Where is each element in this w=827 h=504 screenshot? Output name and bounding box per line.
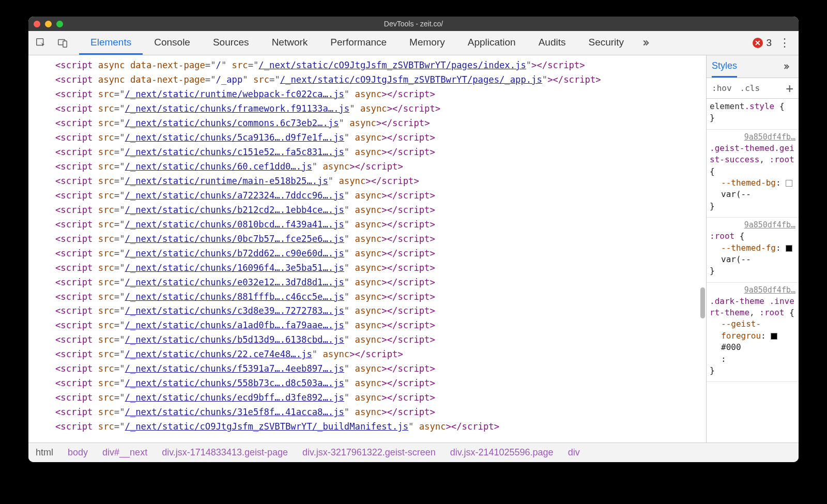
error-icon: ✕ xyxy=(753,38,763,48)
dom-node[interactable]: <script src="/_next/static/runtime/main-… xyxy=(55,174,706,189)
styles-tabs: Styles xyxy=(707,55,799,78)
rule-source-link[interactable]: 9a850df4fb… xyxy=(710,220,795,231)
dom-node[interactable]: <script src="/_next/static/chunks/c151e5… xyxy=(55,145,706,160)
tab-elements[interactable]: Elements xyxy=(79,31,143,55)
rule-source-link[interactable]: 9a850df4fb… xyxy=(710,132,795,143)
error-count-badge[interactable]: ✕ 3 xyxy=(753,37,772,49)
devtools-window: DevTools - zeit.co/ ElementsConsoleSourc… xyxy=(28,17,799,462)
dom-node[interactable]: <script src="/_next/static/chunks/60.cef… xyxy=(55,160,706,174)
style-rule[interactable]: 9a850df4fb….dark-theme .invert-theme, :r… xyxy=(707,283,799,383)
dom-node[interactable]: <script src="/_next/static/chunks/framew… xyxy=(55,102,706,116)
tab-application[interactable]: Application xyxy=(456,31,527,55)
minimize-window-button[interactable] xyxy=(45,21,52,27)
breadcrumb-item[interactable]: div.jsx-3217961322.geist-screen xyxy=(302,447,436,458)
dom-node[interactable]: <script src="/_next/static/chunks/b212cd… xyxy=(55,203,706,218)
hover-state-button[interactable]: :hov xyxy=(708,81,736,95)
dom-node[interactable]: <script src="/_next/static/chunks/b72dd6… xyxy=(55,247,706,261)
svg-rect-2 xyxy=(63,41,67,47)
style-rule[interactable]: element.style {} xyxy=(707,99,799,130)
tab-performance[interactable]: Performance xyxy=(319,31,398,55)
dom-node[interactable]: <script src="/_next/static/chunks/558b73… xyxy=(55,376,706,391)
style-rule[interactable]: 9a850df4fb….geist-themed.geist-success, … xyxy=(707,130,799,218)
breadcrumb-item[interactable]: div.jsx-1714833413.geist-page xyxy=(162,447,288,458)
dom-node[interactable]: <script src="/_next/static/chunks/16096f… xyxy=(55,261,706,276)
elements-panel[interactable]: <script async data-next-page="/" src="/_… xyxy=(28,55,706,442)
inspect-element-icon[interactable] xyxy=(34,36,48,50)
breadcrumb-item[interactable]: div xyxy=(568,447,580,458)
dom-node[interactable]: <script src="/_next/static/chunks/b5d13d… xyxy=(55,333,706,347)
more-tabs-icon[interactable] xyxy=(638,36,653,50)
rule-source-link[interactable]: 9a850df4fb… xyxy=(710,285,795,296)
dom-node[interactable]: <script src="/_next/static/chunks/0bc7b5… xyxy=(55,232,706,247)
traffic-lights xyxy=(34,21,63,27)
new-style-rule-button[interactable]: + xyxy=(782,79,798,98)
main-area: <script async data-next-page="/" src="/_… xyxy=(28,55,799,442)
breadcrumb-item[interactable]: body xyxy=(68,447,88,458)
dom-tree[interactable]: <script async data-next-page="/" src="/_… xyxy=(28,55,706,434)
breadcrumb-item[interactable]: html xyxy=(36,447,53,458)
dom-breadcrumb: htmlbodydiv#__nextdiv.jsx-1714833413.gei… xyxy=(28,442,799,462)
tab-audits[interactable]: Audits xyxy=(527,31,577,55)
styles-toolbar: :hov .cls + xyxy=(707,78,799,99)
dom-node[interactable]: <script src="/_next/static/chunks/c3d8e3… xyxy=(55,304,706,318)
maximize-window-button[interactable] xyxy=(56,21,63,27)
dom-node[interactable]: <script src="/_next/static/chunks/881fff… xyxy=(55,290,706,304)
device-toolbar-icon[interactable] xyxy=(55,36,70,50)
tab-security[interactable]: Security xyxy=(577,31,635,55)
breadcrumb-item[interactable]: div.jsx-2141025596.page xyxy=(450,447,554,458)
titlebar: DevTools - zeit.co/ xyxy=(28,17,799,31)
dom-node[interactable]: <script src="/_next/static/chunks/22.ce7… xyxy=(55,347,706,362)
dom-node[interactable]: <script src="/_next/static/chunks/ecd9bf… xyxy=(55,391,706,405)
dom-node[interactable]: <script src="/_next/static/cO9JtgJsfm_zS… xyxy=(55,420,706,434)
dom-node[interactable]: <script src="/_next/static/chunks/a1ad0f… xyxy=(55,318,706,333)
panel-tabs: ElementsConsoleSourcesNetworkPerformance… xyxy=(79,31,635,55)
window-title: DevTools - zeit.co/ xyxy=(28,20,799,28)
dom-node[interactable]: <script src="/_next/static/chunks/5ca913… xyxy=(55,131,706,145)
tab-console[interactable]: Console xyxy=(143,31,202,55)
dom-node[interactable]: <script src="/_next/static/chunks/31e5f8… xyxy=(55,405,706,420)
dom-node[interactable]: <script src="/_next/static/runtime/webpa… xyxy=(55,87,706,102)
more-styles-tabs-icon[interactable] xyxy=(779,59,793,74)
styles-panel: Styles :hov .cls + element.style {}9a850… xyxy=(706,55,799,442)
tab-memory[interactable]: Memory xyxy=(398,31,456,55)
close-window-button[interactable] xyxy=(34,21,40,27)
style-rule[interactable]: 9a850df4fb…:root {--themed-fg: var(--} xyxy=(707,218,799,283)
dom-node[interactable]: <script src="/_next/static/chunks/f5391a… xyxy=(55,362,706,376)
dom-node[interactable]: <script src="/_next/static/chunks/e032e1… xyxy=(55,276,706,290)
dom-node[interactable]: <script src="/_next/static/chunks/0810bc… xyxy=(55,218,706,232)
dom-node[interactable]: <script async data-next-page="/" src="/_… xyxy=(55,58,706,73)
main-tabbar: ElementsConsoleSourcesNetworkPerformance… xyxy=(28,31,799,55)
styles-tab-styles[interactable]: Styles xyxy=(712,55,737,78)
tab-network[interactable]: Network xyxy=(261,31,319,55)
settings-menu-icon[interactable]: ⋮ xyxy=(779,37,790,49)
dom-node[interactable]: <script async data-next-page="/_app" src… xyxy=(55,73,706,87)
breadcrumb-item[interactable]: div#__next xyxy=(102,447,147,458)
dom-node[interactable]: <script src="/_next/static/chunks/a72232… xyxy=(55,189,706,203)
error-count: 3 xyxy=(766,37,772,49)
tab-sources[interactable]: Sources xyxy=(202,31,261,55)
class-toggle-button[interactable]: .cls xyxy=(736,81,764,95)
dom-node[interactable]: <script src="/_next/static/chunks/common… xyxy=(55,116,706,131)
scrollbar-thumb[interactable] xyxy=(700,287,705,318)
styles-rules[interactable]: element.style {}9a850df4fb….geist-themed… xyxy=(707,99,799,442)
